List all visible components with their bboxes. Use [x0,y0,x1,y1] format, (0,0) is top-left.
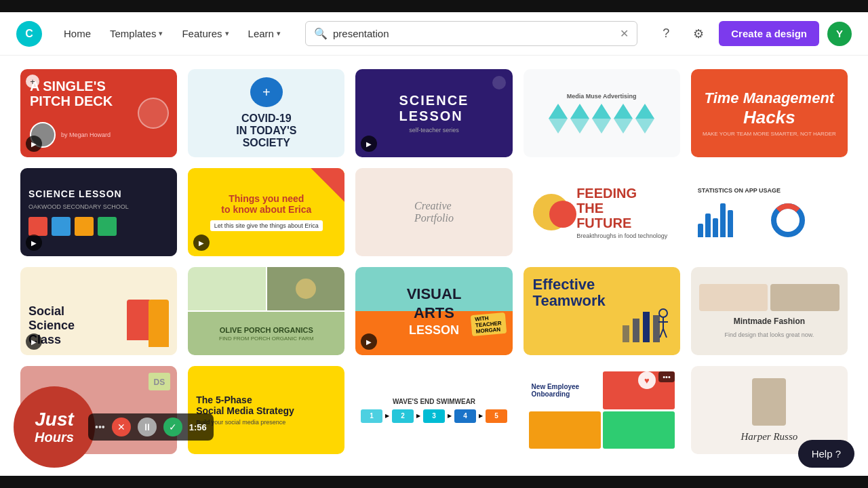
nav-features[interactable]: Features ▾ [174,22,237,45]
floating-circle: Just Hours [14,386,95,468]
search-input[interactable] [333,28,614,39]
card-time-management[interactable]: Time ManagementHacks MAKE YOUR TEAM MORE… [691,69,848,157]
card-media-muse[interactable]: Media Muse Advertising [524,69,680,157]
card-statistics[interactable]: STATISTICS ON APP USAGE [691,168,848,256]
confirm-button[interactable]: ✓ [163,418,182,436]
nav-templates[interactable]: Templates ▾ [102,22,171,45]
card-effective-teamwork[interactable]: EffectiveTeamwork [524,267,680,355]
card-things-you-need[interactable]: Things you needto know about Erica Let t… [188,168,344,256]
nav-learn[interactable]: Learn ▾ [240,22,289,45]
search-icon: 🔍 [314,27,328,40]
logo[interactable]: C [16,21,42,47]
avatar[interactable]: Y [827,22,852,46]
timer-display: 1:56 [189,422,207,432]
chevron-down-icon: ▾ [225,29,229,38]
card-waves-end-swimwear[interactable]: WAVE'S END SWIMWEAR 1 ▶ 2 ▶ 3 ▶ 4 ▶ 5 [355,366,512,454]
search-bar: 🔍 ✕ [305,21,637,46]
card-visual-arts[interactable]: VISUAL ARTS LESSON WITHTEACHERMORGAN ▶ [355,267,512,355]
card-covid[interactable]: + COVID-19IN TODAY'SSOCIETY [188,69,344,157]
help-icon-btn[interactable]: ? [654,22,678,46]
stop-button[interactable]: ✕ [112,418,131,436]
top-bar [0,0,868,12]
chevron-down-icon: ▾ [159,29,163,38]
nav-home[interactable]: Home [56,22,99,45]
floating-presentation-overlay: Just Hours ••• ✕ ⏸ ✓ 1:56 [14,386,214,468]
settings-icon-btn[interactable]: ⚙ [686,22,711,46]
more-dots-icon[interactable]: ••• [95,422,105,432]
card-science-lesson-purple[interactable]: SCIENCELESSON self-teacher series ▶ [355,69,512,157]
card-mintmade-fashion[interactable]: Mintmade Fashion Find design that looks … [691,267,848,355]
card-singles-pitch-deck[interactable]: A SINGLE'SPITCH DECK by Megan Howard + ▶ [20,69,177,157]
card-creative-portfolio[interactable]: CreativePortfolio [355,168,512,256]
create-design-button[interactable]: Create a design [719,21,819,46]
card-science-lesson-dark[interactable]: SCIENCE LESSON OAKWOOD SECONDARY SCHOOL … [20,168,177,256]
card-social-science[interactable]: SocialScienceClass ▶ [20,267,177,355]
pause-button[interactable]: ⏸ [138,418,157,436]
navbar: C Home Templates ▾ Features ▾ Learn ▾ 🔍 … [0,12,868,56]
chevron-down-icon: ▾ [277,29,281,38]
card-feeding-future[interactable]: FEEDINGTHEFUTURE Breakthroughs in food t… [524,168,680,256]
card-new-employee-onboarding[interactable]: New Employee Onboarding ♥ ••• [524,366,680,454]
help-button[interactable]: Help ? [798,440,854,468]
card-olive-porch[interactable]: OLIVE PORCH ORGANICS FIND FROM PORCH ORG… [188,267,344,355]
clear-search-icon[interactable]: ✕ [620,27,629,40]
